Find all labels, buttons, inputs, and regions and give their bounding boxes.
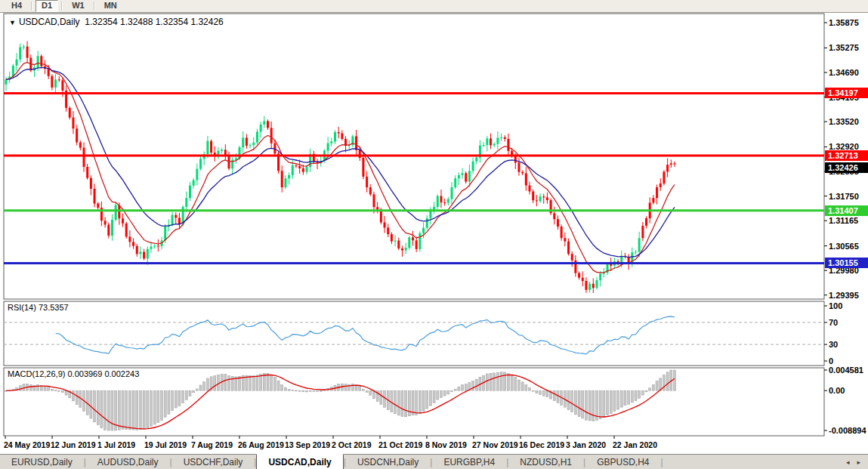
tab-audusd-daily[interactable]: AUDUSD,Daily [86,455,170,469]
macd-bar [185,390,187,400]
candle-body [539,196,542,201]
macd-bar [610,390,612,413]
price-level-badge-1.30155: 1.30155 [825,258,868,268]
candle-body [532,191,534,200]
svg-text:0.00: 0.00 [829,386,845,395]
macd-bar [281,385,283,391]
macd-bar [645,390,647,392]
candle-body [391,234,393,242]
candle-body [79,142,82,147]
macd-bar [90,390,92,418]
macd-bar [663,375,665,391]
candle-body [397,241,400,248]
macd-bar [578,390,580,416]
macd-bar [486,374,488,390]
svg-text:0.004581: 0.004581 [829,366,863,375]
candle-body [355,136,357,150]
macd-bar [490,373,492,390]
macd-bar [125,390,128,430]
candle-body [462,173,464,175]
macd-bar [529,387,531,390]
macd-bar [641,390,644,395]
candle-body [23,47,25,48]
candle-body [175,215,177,218]
svg-text:3 Jan 2020: 3 Jan 2020 [566,440,606,449]
tab-usdcnh-daily[interactable]: USDCNH,Daily [346,455,430,469]
candle-body [638,238,641,251]
macd-bar [214,376,216,391]
tabs-scroll-right-icon[interactable]: ▸ [857,458,860,466]
candle-body [507,139,509,151]
timeframe-button-h4[interactable]: H4 [5,0,28,12]
candle-body [401,248,403,250]
candle-body [595,280,598,288]
macd-bar [521,382,524,390]
macd-bar [54,390,57,391]
macd-bar [270,375,273,391]
macd-bar [132,390,134,430]
macd-bar [638,390,641,398]
macd-bar [394,390,397,414]
macd-bar [656,381,658,390]
candle-body [107,224,110,236]
candle-body [242,137,244,147]
macd-bar [607,390,609,415]
macd-bar [582,390,584,418]
macd-bar [122,390,124,429]
macd-bar [196,389,198,390]
collapse-indicator-icon[interactable]: ▼ [9,19,16,26]
candle-body [221,150,223,151]
candle-body [288,175,290,178]
candle-body [97,204,99,208]
candle-body [588,284,591,290]
candle-body [125,224,128,237]
rsi-indicator-label: RSI(14) 73.5357 [8,303,69,312]
macd-bar [320,390,322,391]
macd-bar [147,390,149,428]
macd-bar [443,390,446,396]
macd-bar [380,390,382,404]
timeframe-button-mn[interactable]: MN [98,0,123,12]
svg-text:0: 0 [829,356,833,366]
svg-text:27 Nov 2019: 27 Nov 2019 [472,440,518,449]
candle-body [553,213,555,219]
candle-body [426,218,428,228]
candle-body [561,227,563,238]
macd-bar [61,390,63,392]
macd-bar [309,390,311,391]
macd-bar [553,390,555,400]
svg-text:22 Jan 2020: 22 Jan 2020 [613,440,657,449]
tab-gbpusd-h4[interactable]: GBPUSD,H4 [585,455,660,469]
candle-body [564,238,566,241]
candle-body [394,241,397,242]
macd-bar [649,388,651,390]
macd-bar [384,390,386,407]
macd-bar [65,390,67,395]
macd-bar [599,390,601,418]
candle-body [504,137,506,139]
candle-body [592,284,595,288]
macd-bar [51,390,53,391]
candle-body [372,194,375,207]
candle-body [51,76,53,88]
timeframe-button-d1[interactable]: D1 [36,0,58,12]
tab-usdcad-daily[interactable]: USDCAD,Daily [256,454,343,469]
svg-text:100: 100 [829,301,842,310]
macd-indicator-label: MACD(12,26,9) 0.003969 0.002243 [8,369,139,378]
tab-eurgbp-h4[interactable]: EURGBP,H4 [432,455,506,469]
macd-bar [462,385,464,391]
tabs-scroll-left-icon[interactable]: ◂ [846,458,850,466]
macd-bar [273,378,276,391]
candle-body [468,171,471,181]
tab-usdchf-daily[interactable]: USDCHF,Daily [172,455,255,469]
tab-nzdusd-h1[interactable]: NZDUSD,H1 [508,455,583,469]
candle-body [150,247,152,249]
tab-eurusd-daily[interactable]: EURUSD,Daily [0,455,84,469]
macd-bar [571,390,573,412]
candle-body [327,143,329,151]
candle-body [405,248,407,250]
candle-body [19,48,21,60]
timeframe-button-w1[interactable]: W1 [66,0,91,12]
macd-bar [58,390,60,391]
candle-body [164,227,166,241]
